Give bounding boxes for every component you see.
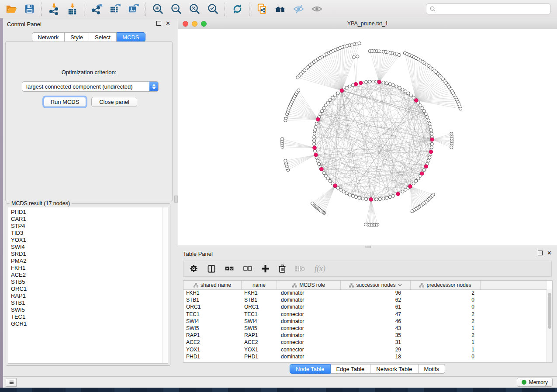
network-node[interactable] <box>429 125 432 128</box>
cell-predecessor_nodes[interactable]: 1 <box>411 325 481 331</box>
network-node[interactable] <box>365 197 368 200</box>
network-node[interactable] <box>324 174 327 177</box>
network-node[interactable] <box>326 177 329 180</box>
export-table-button[interactable] <box>107 2 122 16</box>
close-panel-icon[interactable]: ✕ <box>547 251 552 255</box>
cell-shared_name[interactable]: PHD1 <box>183 354 242 360</box>
network-node[interactable] <box>319 113 322 116</box>
network-node[interactable] <box>421 107 424 110</box>
network-node[interactable] <box>427 119 430 122</box>
refresh-view-button[interactable] <box>230 2 245 16</box>
mcds-node[interactable] <box>359 81 363 85</box>
column-header-name[interactable]: name <box>242 281 277 289</box>
import-network-button[interactable] <box>46 2 61 16</box>
network-node[interactable] <box>401 88 404 91</box>
network-node[interactable] <box>313 132 316 135</box>
table-row[interactable]: STB1STB1dominator620 <box>183 296 547 303</box>
network-node[interactable] <box>352 55 355 58</box>
mcds-node[interactable] <box>396 192 400 196</box>
cell-name[interactable]: FKH1 <box>242 290 277 296</box>
cell-shared_name[interactable]: TEC1 <box>183 311 242 317</box>
export-network-button[interactable] <box>89 2 104 16</box>
cell-mcds_role[interactable]: dominator <box>277 290 341 296</box>
mcds-result-item[interactable]: STB1 <box>8 299 168 306</box>
network-node[interactable] <box>398 53 401 56</box>
hide-selected-button[interactable] <box>291 2 306 16</box>
network-node[interactable] <box>311 202 314 205</box>
tab-motifs[interactable]: Motifs <box>418 364 445 374</box>
cell-shared_name[interactable]: FKH1 <box>183 290 242 296</box>
mcds-node[interactable] <box>430 138 434 141</box>
network-node[interactable] <box>326 101 329 104</box>
network-node[interactable] <box>284 159 287 162</box>
cell-mcds_role[interactable]: connector <box>277 325 341 331</box>
network-node[interactable] <box>336 92 339 95</box>
mcds-node[interactable] <box>313 146 317 150</box>
mcds-node[interactable] <box>424 165 428 168</box>
network-node[interactable] <box>345 192 348 195</box>
mcds-node[interactable] <box>414 99 418 103</box>
cell-shared_name[interactable]: RAP1 <box>183 332 242 338</box>
mcds-result-item[interactable]: RAP1 <box>8 292 168 299</box>
tab-select[interactable]: Select <box>89 32 117 42</box>
network-node[interactable] <box>382 197 385 200</box>
network-node[interactable] <box>368 80 371 83</box>
mcds-result-item[interactable]: SWI4 <box>8 244 168 251</box>
select-all-columns-button[interactable] <box>225 266 234 272</box>
table-row[interactable]: RAP1RAP1dominator352 <box>183 332 547 339</box>
tab-node-table[interactable]: Node Table <box>290 364 331 374</box>
network-canvas[interactable] <box>178 29 557 245</box>
cell-name[interactable]: RAP1 <box>242 332 277 338</box>
cell-successor_nodes[interactable]: 31 <box>341 339 411 345</box>
mcds-result-item[interactable]: STP4 <box>8 223 168 230</box>
network-node[interactable] <box>315 122 318 125</box>
cell-successor_nodes[interactable]: 18 <box>341 354 411 360</box>
save-session-button[interactable] <box>22 2 37 16</box>
mcds-node[interactable] <box>340 89 344 93</box>
cell-name[interactable]: STB1 <box>242 297 277 303</box>
network-node[interactable] <box>388 196 391 199</box>
zoom-fit-button[interactable] <box>187 2 202 16</box>
network-node[interactable] <box>365 80 368 83</box>
cell-shared_name[interactable]: SWI5 <box>183 325 242 331</box>
network-node[interactable] <box>324 104 327 107</box>
table-row[interactable]: TEC1TEC1connector472 <box>183 311 547 318</box>
network-node[interactable] <box>378 197 381 200</box>
network-node[interactable] <box>364 223 367 226</box>
table-row[interactable]: SWI5SWI5connector431 <box>183 325 547 332</box>
network-node[interactable] <box>412 182 415 185</box>
mcds-node[interactable] <box>354 83 358 86</box>
search-box[interactable] <box>426 3 551 14</box>
column-header-shared-name[interactable]: shared name <box>183 281 242 289</box>
cell-successor_nodes[interactable]: 96 <box>341 290 411 296</box>
float-panel-icon[interactable] <box>156 21 161 26</box>
cell-mcds_role[interactable]: dominator <box>277 304 341 310</box>
cell-successor_nodes[interactable]: 62 <box>341 297 411 303</box>
tab-style[interactable]: Style <box>65 32 89 42</box>
mcds-node[interactable] <box>408 185 412 189</box>
cell-name[interactable]: ACE2 <box>242 339 277 345</box>
network-node[interactable] <box>348 193 351 196</box>
mcds-node[interactable] <box>314 153 318 157</box>
mcds-result-list[interactable]: PHD1CAR1STP4TID3YOX1SWI4SRD1PMA2FKH1ACE2… <box>8 207 168 364</box>
mcds-result-item[interactable]: PHD1 <box>8 209 168 216</box>
table-row[interactable]: ACE2ACE2connector311 <box>183 339 547 346</box>
close-panel-button[interactable]: Close panel <box>91 97 137 107</box>
table-options-gear-button[interactable] <box>190 265 198 273</box>
network-node[interactable] <box>314 125 317 128</box>
network-node[interactable] <box>419 104 422 107</box>
network-node[interactable] <box>322 172 325 175</box>
tab-mcds[interactable]: MCDS <box>117 32 145 42</box>
optimization-criterion-select[interactable]: largest connected component (undirected) <box>22 81 159 92</box>
tab-network-table[interactable]: Network Table <box>370 364 418 374</box>
cell-mcds_role[interactable]: dominator <box>277 354 341 360</box>
table-row[interactable]: PHD1PHD1dominator180 <box>183 353 547 360</box>
cell-shared_name[interactable]: STB1 <box>183 297 242 303</box>
column-header-predecessor-nodes[interactable]: predecessor nodes <box>411 281 481 289</box>
cell-shared_name[interactable]: YOX1 <box>183 347 242 353</box>
mcds-node[interactable] <box>316 117 320 121</box>
mcds-result-item[interactable]: SWI5 <box>8 306 168 313</box>
first-neighbors-button[interactable] <box>273 2 287 16</box>
cell-mcds_role[interactable]: dominator <box>277 332 341 338</box>
cell-predecessor_nodes[interactable]: 1 <box>411 339 481 345</box>
